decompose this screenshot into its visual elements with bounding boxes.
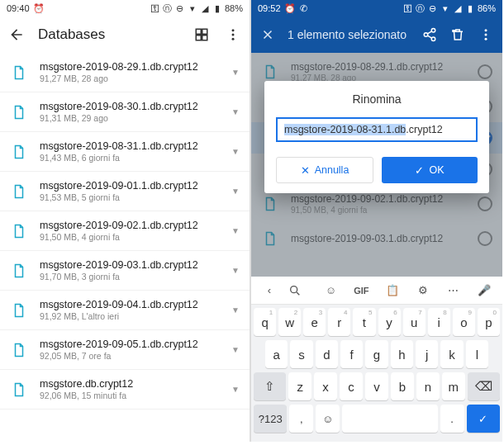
chevron-down-icon[interactable]: ▼ [231,266,240,275]
key-v[interactable]: v [365,372,388,400]
chevron-down-icon[interactable]: ▼ [231,385,240,394]
key-k[interactable]: k [440,340,463,368]
key-m[interactable]: m [442,372,465,400]
svg-point-7 [485,34,487,36]
file-row[interactable]: msgstore-2019-09-02.1.db.crypt1291,50 MB… [0,211,250,251]
file-row[interactable]: msgstore-2019-09-05.1.db.crypt1292,05 MB… [0,330,250,370]
delete-icon[interactable] [449,26,466,43]
shift-key[interactable]: ⇧ [254,372,286,400]
svg-point-9 [291,286,297,292]
mic-icon[interactable]: 🎤 [473,284,496,296]
chevron-down-icon[interactable]: ▼ [231,187,240,196]
key-s[interactable]: s [290,340,312,368]
key-r[interactable]: 4r [328,308,350,336]
key-h[interactable]: h [391,340,413,368]
svg-point-8 [485,38,487,40]
file-meta: 91,27 MB, 28 ago [40,73,231,83]
key-e[interactable]: 3e [303,308,326,336]
battery-pct: 86% [478,3,496,13]
view-grid-icon[interactable] [193,26,210,43]
rename-dialog: Rinomina msgstore-2019-08-31.1.db.crypt1… [264,81,489,193]
key-a[interactable]: a [265,340,288,368]
key-t[interactable]: 5t [353,308,375,336]
sticker-icon[interactable]: ☺ [319,284,342,296]
key-o[interactable]: 9o [453,308,475,336]
cancel-button[interactable]: ✕ Annulla [276,157,373,183]
file-name: msgstore-2019-08-29.1.db.crypt12 [40,61,231,73]
space-key[interactable] [342,405,438,433]
more-icon[interactable] [478,26,494,43]
file-row[interactable]: msgstore-2019-09-01.1.db.crypt1291,53 MB… [0,172,250,211]
file-row[interactable]: msgstore-2019-09-04.1.db.crypt1291,92 MB… [0,291,250,330]
whatsapp-icon: ✆ [299,3,309,13]
period-key[interactable]: . [440,405,464,433]
comma-key[interactable]: , [289,405,313,433]
file-row[interactable]: msgstore.db.crypt1292,06 MB, 15 minuti f… [0,370,250,409]
file-row[interactable]: msgstore-2019-09-03.1.db.crypt1291,70 MB… [0,251,250,291]
file-row[interactable]: msgstore-2019-08-31.1.db.crypt1291,43 MB… [0,132,250,172]
key-j[interactable]: j [416,340,438,368]
key-u[interactable]: 7u [403,308,426,336]
key-n[interactable]: n [416,372,440,400]
check-icon: ✓ [415,164,424,177]
gif-button[interactable]: GIF [349,286,373,296]
backspace-key[interactable]: ⌫ [468,372,500,400]
wifi-icon: ▾ [440,3,450,13]
more-icon[interactable]: ⋯ [442,284,465,296]
left-pane: 09:40 ⏰ ⚿ ⓝ ⊖ ▾ ◢ ▮ 88% Databases [0,0,251,442]
file-row[interactable]: msgstore-2019-08-29.1.db.crypt1291,27 MB… [0,53,250,92]
chevron-down-icon[interactable]: ▼ [231,147,240,156]
clipboard-icon[interactable]: 📋 [381,284,404,296]
dnd-icon: ⊖ [428,3,438,13]
key-f[interactable]: f [340,340,363,368]
file-name: msgstore.db.crypt12 [40,378,231,390]
rename-input[interactable]: msgstore-2019-08-31.1.db.crypt12 [276,117,478,142]
key-b[interactable]: b [391,372,414,400]
chevron-down-icon[interactable]: ▼ [231,68,240,77]
signal-icon: ◢ [200,3,210,13]
emoji-key[interactable]: ☺ [316,405,340,433]
key-c[interactable]: c [340,372,363,400]
search-icon[interactable] [288,284,311,297]
more-icon[interactable] [225,26,241,43]
key-d[interactable]: d [316,340,338,368]
settings-icon[interactable]: ⚙ [411,284,435,296]
file-icon [12,303,28,318]
chevron-down-icon[interactable]: ▼ [231,107,240,116]
back-icon[interactable] [8,26,25,43]
keyboard-toolbar: ‹ ☺ GIF 📋 ⚙ ⋯ 🎤 [251,277,502,305]
key-i[interactable]: 8i [428,308,450,336]
svg-point-2 [232,38,235,40]
dnd-icon: ⊖ [175,3,185,13]
keyboard: ‹ ☺ GIF 📋 ⚙ ⋯ 🎤 1q2w3e4r5t6y7u8i9o0p asd… [251,277,502,442]
svg-point-1 [232,34,235,36]
file-name: msgstore-2019-09-01.1.db.crypt12 [40,180,231,192]
share-icon[interactable] [421,26,438,43]
vpn-icon: ⚿ [403,3,413,13]
key-x[interactable]: x [314,372,337,400]
key-z[interactable]: z [288,372,311,400]
key-q[interactable]: 1q [254,308,276,336]
file-name: msgstore-2019-08-30.1.db.crypt12 [40,101,231,112]
symbols-key[interactable]: ?123 [254,405,287,433]
alarm-icon: ⏰ [285,3,295,13]
file-meta: 91,50 MB, 4 giorni fa [40,232,231,242]
chevron-down-icon[interactable]: ▼ [231,305,240,315]
file-name: msgstore-2019-08-31.1.db.crypt12 [40,140,231,152]
chevron-down-icon[interactable]: ▼ [231,345,240,354]
key-p[interactable]: 0p [478,308,500,336]
key-w[interactable]: 2w [278,308,301,336]
key-y[interactable]: 6y [378,308,401,336]
file-meta: 91,31 MB, 29 ago [40,113,231,123]
collapse-icon[interactable]: ‹ [258,284,281,296]
svg-point-6 [485,29,487,31]
file-name: msgstore-2019-09-05.1.db.crypt12 [40,338,231,350]
enter-key[interactable]: ✓ [467,405,500,433]
key-g[interactable]: g [365,340,388,368]
close-icon[interactable] [259,26,276,43]
file-row[interactable]: msgstore-2019-08-30.1.db.crypt1291,31 MB… [0,92,250,132]
key-l[interactable]: l [466,340,488,368]
chevron-down-icon[interactable]: ▼ [231,226,240,235]
ok-button[interactable]: ✓ OK [382,157,478,183]
battery-pct: 88% [225,3,243,13]
